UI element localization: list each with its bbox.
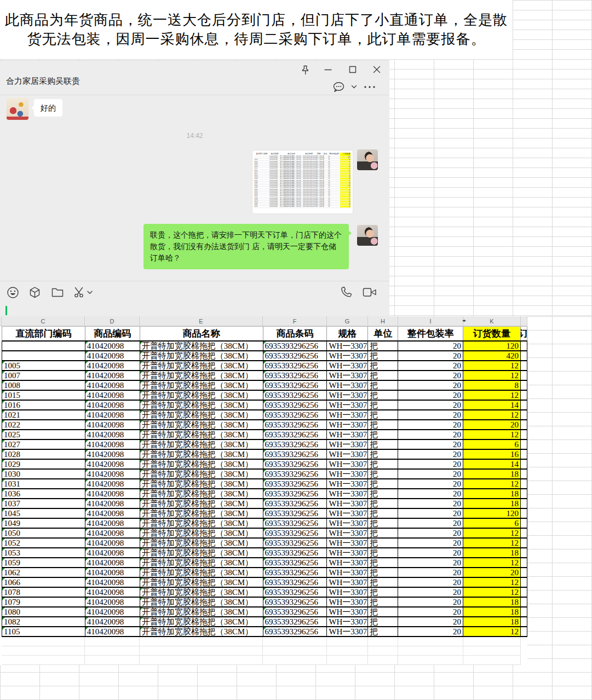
cell[interactable]: 6935393296256 [263, 539, 327, 547]
chevron-down-icon[interactable] [87, 291, 93, 294]
cell-partial[interactable] [521, 489, 527, 498]
cell[interactable]: 把 [368, 401, 398, 409]
cell[interactable]: 410420098 [85, 519, 140, 528]
cell[interactable] [2, 342, 85, 350]
cell-partial[interactable] [521, 598, 527, 606]
cell[interactable]: 20 [398, 558, 463, 567]
cell[interactable]: 开普特加宽胶棉拖把（38CM） [140, 608, 263, 616]
cell-partial[interactable] [521, 509, 527, 518]
cell[interactable]: 410420098 [85, 381, 140, 390]
cell[interactable]: 18 [463, 470, 521, 478]
more-ellipsis-icon[interactable] [363, 83, 376, 91]
cell[interactable]: WH一3307 [327, 371, 368, 380]
contact-avatar[interactable] [7, 98, 28, 120]
cell[interactable]: 20 [398, 410, 463, 419]
cell[interactable]: 把 [368, 470, 398, 478]
cell[interactable]: 20 [398, 342, 463, 350]
cell[interactable]: 1050 [2, 529, 85, 537]
cell[interactable]: 6935393296256 [263, 568, 327, 577]
cell[interactable]: 1052 [2, 539, 85, 547]
cell[interactable]: 1059 [2, 558, 85, 567]
cell[interactable]: 6935393296256 [263, 342, 327, 350]
cell[interactable]: 6935393296256 [263, 529, 327, 537]
cell[interactable]: 6935393296256 [263, 598, 327, 606]
cell[interactable]: 410420098 [85, 430, 140, 439]
cell[interactable]: 把 [368, 361, 398, 370]
cell[interactable]: 6935393296256 [263, 608, 327, 616]
cell[interactable]: 20 [398, 401, 463, 409]
cell[interactable]: 20 [398, 568, 463, 577]
cell-partial[interactable] [521, 617, 527, 626]
cell[interactable]: WH一3307 [327, 361, 368, 370]
cell[interactable]: 1025 [2, 430, 85, 439]
cell[interactable]: WH一3307 [327, 401, 368, 409]
cell[interactable]: 6935393296256 [263, 509, 327, 518]
empty-cell[interactable] [463, 637, 521, 646]
cell[interactable]: 6935393296256 [263, 410, 327, 419]
empty-cell[interactable] [85, 646, 140, 656]
cell[interactable]: 20 [463, 568, 521, 577]
column-letter-F[interactable]: F [263, 316, 327, 326]
header-cell[interactable]: 订货数量 [463, 327, 521, 340]
empty-cell[interactable] [327, 646, 368, 656]
column-letter-E[interactable]: E [140, 316, 263, 326]
voice-call-icon[interactable] [340, 286, 353, 299]
cell[interactable]: 14 [463, 401, 521, 409]
empty-cell[interactable] [463, 656, 521, 665]
cell[interactable]: 12 [463, 430, 521, 439]
cell[interactable]: 1015 [2, 391, 85, 400]
empty-cell[interactable] [463, 646, 521, 656]
close-icon[interactable] [372, 65, 381, 74]
column-letter-D[interactable]: D [85, 316, 140, 326]
cell[interactable]: 20 [398, 391, 463, 400]
cell[interactable]: 20 [398, 489, 463, 498]
cell[interactable]: 1078 [2, 588, 85, 597]
cell[interactable]: WH一3307 [327, 608, 368, 616]
minimize-icon[interactable] [324, 65, 332, 74]
cell[interactable]: WH一3307 [327, 391, 368, 400]
cell[interactable]: 6935393296256 [263, 440, 327, 449]
cell[interactable]: 开普特加宽胶棉拖把（38CM） [140, 499, 263, 508]
box-icon[interactable] [28, 286, 41, 299]
cell[interactable]: WH一3307 [327, 381, 368, 390]
cell[interactable]: 把 [368, 410, 398, 419]
empty-cell[interactable] [398, 646, 463, 656]
cell[interactable]: 把 [368, 509, 398, 518]
cell[interactable]: 1029 [2, 460, 85, 468]
cell[interactable]: 1105 [2, 627, 85, 636]
cell[interactable]: 把 [368, 627, 398, 636]
cell[interactable]: 410420098 [85, 499, 140, 508]
cell[interactable]: 410420098 [85, 588, 140, 597]
cell[interactable]: 12 [463, 558, 521, 567]
cell[interactable]: 410420098 [85, 351, 140, 360]
cell[interactable]: 1062 [2, 568, 85, 577]
cell[interactable]: WH一3307 [327, 430, 368, 439]
header-cell[interactable]: 商品名称 [140, 327, 263, 340]
cell[interactable]: 开普特加宽胶棉拖把（38CM） [140, 470, 263, 478]
cell[interactable]: 开普特加宽胶棉拖把（38CM） [140, 627, 263, 636]
cell[interactable]: 把 [368, 430, 398, 439]
cell[interactable]: 420 [463, 351, 521, 360]
cell[interactable]: 18 [463, 499, 521, 508]
cell[interactable]: 把 [368, 342, 398, 350]
cell[interactable]: 8 [463, 381, 521, 390]
cell[interactable]: 把 [368, 558, 398, 567]
cell[interactable]: 20 [398, 519, 463, 528]
cell[interactable]: WH一3307 [327, 539, 368, 547]
cell[interactable]: 410420098 [85, 450, 140, 459]
cell-partial[interactable] [521, 371, 527, 380]
cell-partial[interactable] [521, 548, 527, 557]
cell[interactable]: 410420098 [85, 479, 140, 488]
cell[interactable]: 开普特加宽胶棉拖把（38CM） [140, 420, 263, 429]
cell[interactable]: 把 [368, 539, 398, 547]
cell[interactable]: WH一3307 [327, 598, 368, 606]
cell-partial[interactable] [521, 588, 527, 597]
cell[interactable]: 1037 [2, 499, 85, 508]
cell-partial[interactable] [521, 420, 527, 429]
cell-partial[interactable] [521, 351, 527, 360]
chevron-down-icon[interactable] [351, 85, 357, 89]
cell[interactable]: 410420098 [85, 460, 140, 468]
cell[interactable]: WH一3307 [327, 617, 368, 626]
cell[interactable]: 开普特加宽胶棉拖把（38CM） [140, 460, 263, 468]
cell[interactable]: WH一3307 [327, 529, 368, 537]
